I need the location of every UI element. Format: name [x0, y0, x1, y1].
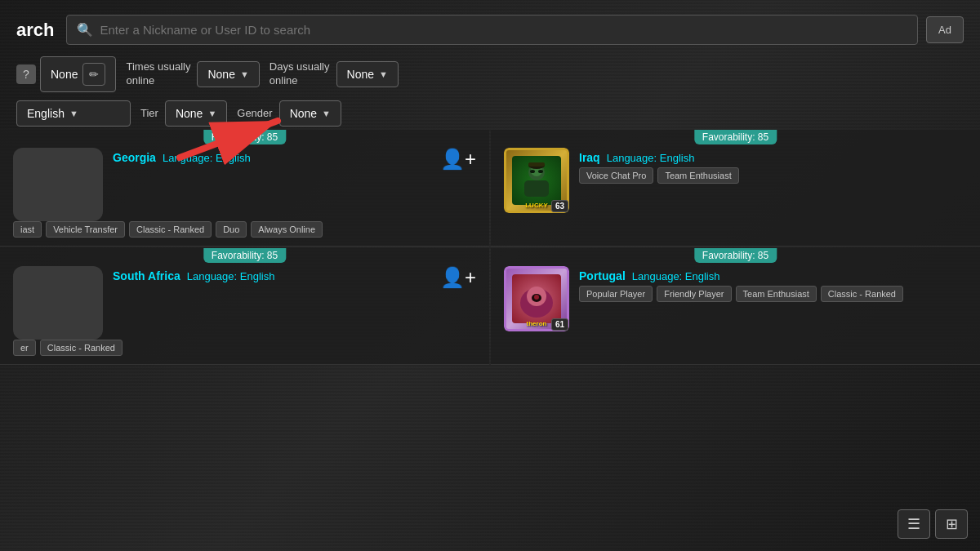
tag: Duo — [216, 221, 247, 238]
language-value: English — [27, 107, 65, 120]
tag: Popular Player — [579, 286, 653, 302]
avatar-placeholder — [13, 266, 103, 340]
search-icon: 🔍 — [77, 22, 93, 38]
list-icon: ☰ — [907, 515, 920, 533]
gender-value: None — [290, 107, 317, 120]
favorability-badge: Favorability: 85 — [694, 248, 777, 263]
cards-grid: Favorability: 85 Georgia Language: Engli… — [0, 130, 980, 365]
none-filter-1[interactable]: None ✏ — [40, 56, 116, 92]
level-badge: 61 — [551, 318, 568, 331]
add-friend-button[interactable]: 👤+ — [440, 148, 476, 171]
card-view-button[interactable]: ⊞ — [935, 509, 968, 539]
country-name: Iraq — [579, 151, 600, 164]
player-info: South Africa Language: English — [113, 266, 430, 286]
avatar-green — [512, 156, 561, 205]
filter-row-1: ? None ✏ Times usuallyonline None ▼ Days… — [0, 51, 980, 97]
avatar-image: theron 61 — [504, 266, 569, 331]
card-icon: ⊞ — [946, 515, 958, 533]
tags-row: Voice Chat Pro Team Enthusiast — [579, 167, 967, 184]
language-tag: Language: English — [607, 152, 695, 164]
gender-filter[interactable]: None ▼ — [279, 100, 341, 127]
favorability-badge: Favorability: 85 — [694, 130, 777, 144]
days-online-filter[interactable]: None ▼ — [336, 61, 399, 87]
avatar-image: LUCKY 63 — [504, 148, 569, 213]
avatar-pink — [512, 274, 561, 323]
none-filter-1-value: None — [51, 68, 78, 81]
tag: Classic - Ranked — [129, 221, 212, 238]
player-info: Portugal Language: English Popular Playe… — [579, 266, 967, 302]
tag: Team Enthusiast — [736, 286, 817, 302]
tags-row: Popular Player Friendly Player Team Enth… — [579, 286, 967, 302]
favorability-badge: Favorability: 85 — [203, 130, 286, 144]
country-name: Georgia — [113, 151, 156, 164]
svg-point-6 — [538, 170, 543, 173]
language-tag: Language: English — [632, 270, 720, 282]
tier-label: Tier — [140, 107, 158, 121]
svg-point-5 — [530, 170, 535, 173]
add-friend-button[interactable]: 👤+ — [440, 266, 476, 289]
tag: Always Online — [251, 221, 323, 238]
search-label: arch — [16, 20, 54, 41]
times-online-value: None — [207, 68, 234, 81]
gender-label: Gender — [237, 107, 272, 121]
tag: Vehicle Transfer — [46, 221, 125, 238]
search-input[interactable] — [100, 23, 907, 37]
player-info: Georgia Language: English — [113, 148, 430, 167]
chevron-down-icon-3: ▼ — [69, 109, 78, 118]
tier-filter[interactable]: None ▼ — [165, 100, 227, 127]
favorability-badge: Favorability: 85 — [203, 248, 286, 263]
player-card: Favorability: 85 Georgia Language: Engli… — [0, 130, 489, 247]
tags-row: iast Vehicle Transfer Classic - Ranked D… — [13, 221, 476, 238]
tag: iast — [13, 221, 42, 238]
avatar-placeholder — [13, 148, 103, 221]
country-name: South Africa — [113, 269, 180, 282]
times-online-label: Times usuallyonline — [126, 60, 190, 88]
tag: Classic - Ranked — [40, 340, 122, 356]
svg-rect-3 — [524, 180, 549, 197]
tag: Team Enthusiast — [657, 167, 738, 184]
svg-point-12 — [534, 295, 539, 300]
tag: Voice Chat Pro — [579, 167, 653, 184]
avatar-label: LUCKY — [525, 202, 548, 209]
player-card: Favorability: 85 — [491, 248, 980, 365]
language-tag: Language: English — [187, 270, 275, 282]
level-badge: 63 — [551, 200, 568, 212]
bottom-icons: ☰ ⊞ — [898, 509, 968, 539]
tier-value: None — [176, 107, 203, 120]
tag: Friendly Player — [657, 286, 731, 302]
tags-row: er Classic - Ranked — [13, 340, 476, 356]
days-online-label: Days usuallyonline — [270, 60, 330, 88]
chevron-down-icon-5: ▼ — [322, 109, 331, 118]
chevron-down-icon: ▼ — [240, 69, 249, 79]
country-name: Portugal — [579, 269, 626, 282]
player-info: Iraq Language: English Voice Chat Pro Te… — [579, 148, 967, 184]
list-view-button[interactable]: ☰ — [898, 509, 930, 539]
edit-icon-btn[interactable]: ✏ — [82, 63, 105, 86]
times-online-filter[interactable]: None ▼ — [197, 61, 259, 87]
language-filter[interactable]: English ▼ — [16, 100, 131, 127]
language-tag: Language: English — [163, 152, 251, 164]
chevron-down-icon-4: ▼ — [207, 109, 216, 118]
tag: er — [13, 340, 36, 356]
search-bar: 🔍 — [66, 15, 918, 45]
ad-button[interactable]: Ad — [926, 16, 964, 43]
chevron-down-icon-2: ▼ — [379, 69, 388, 79]
days-online-value: None — [347, 68, 374, 81]
header: arch 🔍 Ad — [0, 8, 980, 51]
player-card: Favorability: 85 South Africa Language: … — [0, 248, 489, 365]
question-icon: ? — [16, 64, 36, 84]
player-card: Favorability: 85 — [491, 130, 980, 247]
tag: Classic - Ranked — [821, 286, 903, 302]
svg-rect-8 — [528, 162, 545, 167]
avatar-label: theron — [527, 320, 547, 327]
filter-row-2: English ▼ Tier None ▼ Gender None ▼ — [0, 97, 980, 130]
